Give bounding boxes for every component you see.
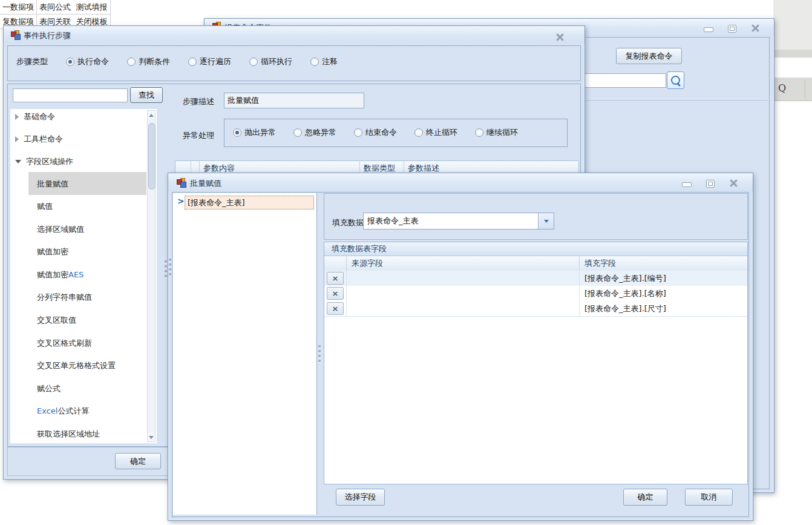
steps-dialog-titlebar[interactable] <box>4 26 584 43</box>
tree-group-basic-commands[interactable]: 基础命令 <box>15 110 55 124</box>
menu-item-test-fill[interactable]: 测试填报 <box>73 0 111 15</box>
minimize-icon[interactable] <box>682 182 692 187</box>
radio-step-type-comment[interactable]: 注释 <box>310 56 338 67</box>
form-icon <box>11 30 20 39</box>
tree-scrollbar[interactable] <box>147 110 156 442</box>
radio-icon <box>354 128 362 137</box>
radio-step-type-loop[interactable]: 循环执行 <box>249 56 292 67</box>
select-fields-button[interactable]: 选择字段 <box>336 489 385 506</box>
step-type-row: 步骤类型 执行命令 判断条件 逐行遍历 循环执行 注释 <box>16 56 338 67</box>
tree-label: Excel公式计算 <box>37 406 89 417</box>
tree-item-cross-region-refresh[interactable]: 交叉区格式刷新 <box>37 337 92 350</box>
tree-label: 赋值加密 <box>37 246 68 257</box>
scroll-up-icon[interactable] <box>148 111 155 119</box>
target-field-cell[interactable]: [报表命令_主表].[编号] <box>580 271 747 286</box>
step-desc-input[interactable]: 批量赋值 <box>224 93 364 108</box>
search-button[interactable] <box>667 71 684 89</box>
splitter-grip[interactable] <box>318 345 321 362</box>
step-type-panel: 步骤类型 执行命令 判断条件 逐行遍历 循环执行 注释 <box>7 45 581 81</box>
grid-col-target: 填充字段 <box>580 256 747 271</box>
tree-group-toolbar-commands[interactable]: 工具栏命令 <box>15 133 63 146</box>
collapsed-arrow-icon <box>15 136 19 142</box>
copy-report-command-button[interactable]: 复制报表命令 <box>616 48 682 64</box>
batch-dialog-titlebar[interactable] <box>168 173 753 191</box>
maximize-icon[interactable] <box>728 25 736 33</box>
field-row[interactable]: × [报表命令_主表].[编号] <box>324 271 747 286</box>
command-search-input[interactable] <box>13 88 128 102</box>
field-row[interactable]: × [报表命令_主表].[名称] <box>324 286 747 302</box>
fill-table-section: 填充数据表: 报表命令_主表 <box>324 193 748 240</box>
close-icon[interactable] <box>751 24 759 31</box>
tree-group-field-region-ops[interactable]: 字段区域操作 <box>15 155 73 168</box>
radio-exception-ignore[interactable]: 忽略异常 <box>293 127 336 138</box>
scrollbar-thumb[interactable] <box>148 123 156 190</box>
grid-col-source: 来源字段 <box>347 256 580 271</box>
tree-item-assign-encrypt-aes[interactable]: 赋值加密AES <box>37 268 83 282</box>
chevron-down-icon[interactable] <box>538 213 554 229</box>
minimize-icon[interactable] <box>704 27 713 32</box>
tree-item-cross-region-cell-format[interactable]: 交叉区单元格格式设置 <box>37 359 116 372</box>
source-field-cell[interactable] <box>347 271 580 286</box>
expand-chevron-icon[interactable]: > <box>177 196 185 206</box>
exception-label: 异常处理 <box>183 130 214 141</box>
radio-icon <box>233 128 241 137</box>
radio-icon <box>188 58 197 66</box>
tree-item-excel-formula-calc[interactable]: Excel公式计算 <box>37 404 89 418</box>
delete-row-button[interactable]: × <box>327 302 344 315</box>
ok-button[interactable]: 确定 <box>115 453 161 469</box>
menu-item-dataitem-1[interactable]: 一数据项 <box>0 0 37 15</box>
radio-exception-throw[interactable]: 抛出异常 <box>233 127 276 138</box>
target-field-cell[interactable]: [报表命令_主表].[尺寸] <box>580 301 747 316</box>
button-label: 确定 <box>130 456 146 467</box>
radio-icon <box>310 58 319 66</box>
source-field-cell[interactable] <box>347 301 580 316</box>
tree-item-get-selection-address[interactable]: 获取选择区域地址 <box>37 428 100 441</box>
radio-exception-continue-loop[interactable]: 继续循环 <box>475 127 518 138</box>
radio-icon <box>66 58 74 66</box>
column-divider <box>805 80 805 98</box>
field-row[interactable]: × [报表命令_主表].[尺寸] <box>324 301 747 317</box>
radio-step-type-rowloop[interactable]: 逐行遍历 <box>188 56 231 67</box>
tree-item-assign-formula[interactable]: 赋公式 <box>37 382 61 395</box>
batch-dialog-title: 批量赋值 <box>190 178 221 189</box>
tree-item-select-region-assign[interactable]: 选择区域赋值 <box>37 223 84 236</box>
tree-item-report-command-main[interactable]: [报表命令_主表] <box>185 196 314 210</box>
input-value: 批量赋值 <box>228 95 259 106</box>
radio-label: 逐行遍历 <box>200 56 231 67</box>
radio-label: 执行命令 <box>77 56 109 67</box>
radio-exception-end-command[interactable]: 结束命令 <box>354 127 397 138</box>
fill-table-combobox[interactable]: 报表命令_主表 <box>363 213 554 229</box>
exception-groupbox: 抛出异常 忽略异常 结束命令 终止循环 继续循环 <box>224 119 568 147</box>
radio-exception-stop-loop[interactable]: 终止循环 <box>414 127 457 138</box>
tree-item-cross-region-get[interactable]: 交叉区取值 <box>37 314 76 327</box>
close-icon[interactable] <box>555 33 564 41</box>
maximize-icon[interactable] <box>706 180 715 188</box>
cancel-button[interactable]: 取消 <box>685 489 733 506</box>
scroll-down-icon[interactable] <box>148 433 155 441</box>
target-field-cell[interactable]: [报表命令_主表].[名称] <box>580 286 747 301</box>
source-field-cell[interactable] <box>347 286 580 301</box>
radio-icon <box>475 128 483 137</box>
tree-item-assign[interactable]: 赋值 <box>37 200 53 213</box>
radio-step-type-execute[interactable]: 执行命令 <box>66 56 109 67</box>
radio-label: 抛出异常 <box>244 127 276 138</box>
delete-row-button[interactable]: × <box>327 287 344 300</box>
radio-label: 结束命令 <box>365 127 397 138</box>
tree-item-batch-assign[interactable]: 批量赋值 <box>37 177 68 191</box>
radio-step-type-condition[interactable]: 判断条件 <box>127 56 170 67</box>
splitter-grip[interactable] <box>165 260 167 277</box>
menu-item-crosstable-formula[interactable]: 表间公式 <box>37 0 74 15</box>
radio-label: 循环执行 <box>261 56 292 67</box>
tree-item-assign-encrypt[interactable]: 赋值加密 <box>37 245 68 259</box>
event-search-input[interactable] <box>578 73 666 88</box>
delete-row-button[interactable]: × <box>327 272 344 285</box>
tree-label: [报表命令_主表] <box>188 197 245 208</box>
find-button[interactable]: 查找 <box>130 87 163 103</box>
screen: 一数据项 表间公式 测试填报 复数据项 表间关联 关闭模板 Q 报表命令事件 复… <box>0 0 812 525</box>
form-icon <box>177 178 186 187</box>
ok-button[interactable]: 确定 <box>623 489 667 506</box>
left-splitter-grip[interactable] <box>169 259 171 276</box>
sheet-column-header[interactable]: Q <box>773 78 812 101</box>
close-icon[interactable] <box>729 179 738 187</box>
tree-item-split-string-assign[interactable]: 分列字符串赋值 <box>37 291 92 304</box>
